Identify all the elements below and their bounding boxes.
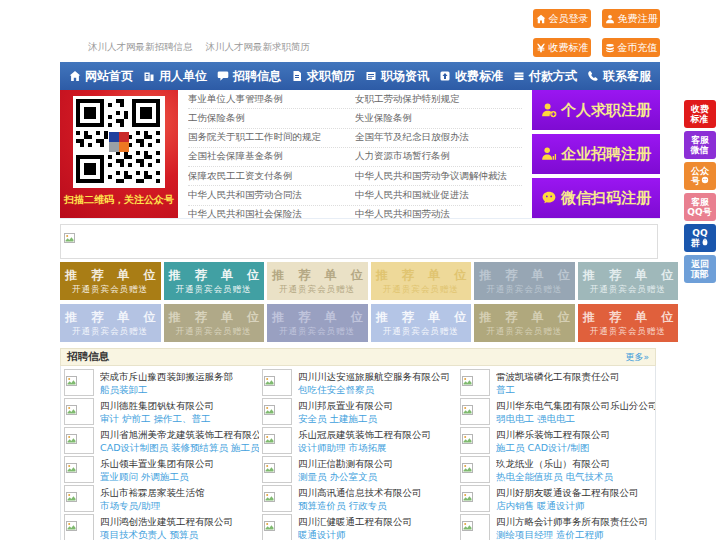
policy-link[interactable]: 中华人民共和国劳动争议调解仲裁法 xyxy=(355,170,522,183)
job-positions-link[interactable]: CAD设计制图员 装修预结算员 施工员 xyxy=(100,441,259,454)
company-logo-placeholder xyxy=(460,514,490,540)
recommend-slot[interactable]: 推 荐 单 位 开通贵宾会员赠送 xyxy=(371,262,472,300)
job-company-link[interactable]: 四川川达安巡旅服航空服务有限公司 xyxy=(298,370,450,383)
nav-employers[interactable]: 用人单位 xyxy=(143,68,207,85)
float-qq-group[interactable]: QQ 群 xyxy=(684,224,716,252)
job-positions-link[interactable]: 普工 xyxy=(496,383,620,396)
recommend-slot[interactable]: 推 荐 单 位 开通贵宾会员赠送 xyxy=(578,304,679,342)
job-positions-link[interactable]: 审计 炉前工 操作工、普工 xyxy=(100,412,214,425)
job-positions-link[interactable]: 测量员 办公室文员 xyxy=(298,470,393,483)
job-positions-link[interactable]: 置业顾问 外调施工员 xyxy=(100,470,214,483)
float-official-account[interactable]: 公众 号 xyxy=(684,162,716,190)
job-company-link[interactable]: 四川鸿创浩业建筑工程有限公司 xyxy=(100,515,233,528)
job-company-link[interactable]: 四川德胜集团钒钛有限公司 xyxy=(100,399,214,412)
job-positions-link[interactable]: 设计师助理 市场拓展 xyxy=(298,441,431,454)
job-company-link[interactable]: 四川华东电气集团有限公司乐山分公司 xyxy=(496,399,655,412)
job-positions-link[interactable]: 施工员 CAD设计/制图 xyxy=(496,441,610,454)
recommend-slot[interactable]: 推 荐 单 位 开通贵宾会员赠送 xyxy=(578,262,679,300)
policy-link[interactable]: 中华人民共和国劳动合同法 xyxy=(188,189,355,202)
policy-link[interactable]: 中华人民共和国劳动法 xyxy=(355,208,522,221)
recommend-slot[interactable]: 推 荐 单 位 开通贵宾会员赠送 xyxy=(267,304,368,342)
job-positions-link[interactable]: 店内销售 暖通设计师 xyxy=(496,499,639,512)
latest-jobs-link[interactable]: 沐川人才网最新招聘信息 xyxy=(88,41,193,54)
job-positions-link[interactable]: 预算造价员 行政专员 xyxy=(298,499,422,512)
nav-home[interactable]: 网站首页 xyxy=(69,68,133,85)
recommend-slot[interactable]: 推 荐 单 位 开通贵宾会员赠送 xyxy=(164,304,265,342)
nav-payment[interactable]: 付款方式 xyxy=(513,68,577,85)
free-register-button[interactable]: 免费注册 xyxy=(602,9,660,28)
policy-link[interactable]: 保障农民工工资支付条例 xyxy=(188,170,355,183)
policy-link[interactable]: 全国社会保障基金条例 xyxy=(188,150,355,163)
policy-link[interactable]: 全国年节及纪念日放假办法 xyxy=(355,131,522,144)
job-list-item: 四川邦辰置业有限公司 安全员 土建施工员 xyxy=(259,397,457,426)
recommend-subtitle: 开通贵宾会员赠送 xyxy=(486,325,562,337)
jobs-more-link[interactable]: 更多» xyxy=(625,351,649,364)
recommend-title: 推 荐 单 位 xyxy=(65,310,161,325)
recommend-slot[interactable]: 推 荐 单 位 开通贵宾会员赠送 xyxy=(164,262,265,300)
recommend-subtitle: 开通贵宾会员赠送 xyxy=(72,325,148,337)
job-company-link[interactable]: 乐山冠辰建筑装饰工程有限公司 xyxy=(298,428,431,441)
job-company-link[interactable]: 乐山市裕霖居家装生活馆 xyxy=(100,486,205,499)
job-company-link[interactable]: 四川正信勘测有限公司 xyxy=(298,457,393,470)
job-company-link[interactable]: 雷波凯瑞磷化工有限责任公司 xyxy=(496,370,620,383)
policy-link[interactable]: 事业单位人事管理条例 xyxy=(188,93,355,106)
recommend-subtitle: 开通贵宾会员赠送 xyxy=(383,325,459,337)
job-positions-link[interactable]: 项目技术负责人 预算员 xyxy=(100,528,233,540)
recommend-slot[interactable]: 推 荐 单 位 开通贵宾会员赠送 xyxy=(267,262,368,300)
nav-contact[interactable]: 联系客服 xyxy=(587,68,651,85)
company-register-button[interactable]: 企业招聘注册 xyxy=(532,134,660,174)
coin-recharge-button[interactable]: 金币充值 xyxy=(602,38,660,57)
member-login-button[interactable]: 会员登录 xyxy=(533,9,591,28)
float-qq-service[interactable]: 客服 QQ号 xyxy=(684,193,716,221)
job-company-link[interactable]: 荣成市斥山豫西装卸搬运服务部 xyxy=(100,370,233,383)
floating-sidebar: 收费 标准 客服 微信 公众 号 客服 QQ号 QQ 群 返回 顶部 xyxy=(684,100,716,283)
float-wechat-service[interactable]: 客服 微信 xyxy=(684,131,716,159)
recommend-slot[interactable]: 推 荐 单 位 开通贵宾会员赠送 xyxy=(474,304,575,342)
policy-link[interactable]: 国务院关于职工工作时间的规定 xyxy=(188,131,355,144)
job-positions-link[interactable]: 暖通设计师 xyxy=(298,528,412,540)
job-positions-link[interactable]: 包吃住安全督察员 xyxy=(298,383,450,396)
nav-pricing[interactable]: 收费标准 xyxy=(439,68,503,85)
latest-resumes-link[interactable]: 沐川人才网最新求职简历 xyxy=(206,41,311,54)
job-positions-link[interactable]: 市场专员/助理 xyxy=(100,499,205,512)
policy-row: 全国社会保障基金条例 人力资源市场暂行条例 xyxy=(188,148,522,167)
job-company-link[interactable]: 四川省旭洲美帝龙建筑装饰工程有限公司乐山 xyxy=(100,428,259,441)
job-positions-link[interactable]: 热电全能值班员 电气技术员 xyxy=(496,470,613,483)
job-positions-link[interactable]: 弱电电工 强电电工 xyxy=(496,412,655,425)
job-company-link[interactable]: 四川好朋友暖通设备工程有限公司 xyxy=(496,486,639,499)
policy-link[interactable]: 工伤保险条例 xyxy=(188,112,355,125)
nav-career-news[interactable]: 职场资讯 xyxy=(365,68,429,85)
company-logo-placeholder xyxy=(262,369,292,396)
recommend-slot[interactable]: 推 荐 单 位 开通贵宾会员赠送 xyxy=(474,262,575,300)
job-positions-link[interactable]: 测绘项目经理 造价工程师 xyxy=(496,528,648,540)
float-pricing[interactable]: 收费 标准 xyxy=(684,100,716,128)
job-company-link[interactable]: 四川方略会计师事务所有限责任公司 xyxy=(496,515,648,528)
policy-link[interactable]: 人力资源市场暂行条例 xyxy=(355,150,522,163)
policy-links-panel: 事业单位人事管理条例 女职工劳动保护特别规定 工伤保险条例 失业保险条例 国务院… xyxy=(178,90,532,218)
float-back-to-top[interactable]: 返回 顶部 xyxy=(684,255,716,283)
policy-link[interactable]: 女职工劳动保护特别规定 xyxy=(355,93,522,106)
job-company-link[interactable]: 四川汇健暖通工程有限公司 xyxy=(298,515,412,528)
nav-job-info[interactable]: 招聘信息 xyxy=(217,68,281,85)
job-positions-link[interactable]: 船员装卸工 xyxy=(100,383,233,396)
wechat-register-button[interactable]: 微信扫码注册 xyxy=(532,178,660,218)
personal-register-button[interactable]: 个人求职注册 xyxy=(532,90,660,130)
nav-resumes[interactable]: 求职简历 xyxy=(291,68,355,85)
job-positions-link[interactable]: 安全员 土建施工员 xyxy=(298,412,393,425)
recommend-slot[interactable]: 推 荐 单 位 开通贵宾会员赠送 xyxy=(60,262,161,300)
policy-link[interactable]: 失业保险条例 xyxy=(355,112,522,125)
policy-link[interactable]: 中华人民共和国就业促进法 xyxy=(355,189,522,202)
job-company-link[interactable]: 四川桦乐装饰工程有限公司 xyxy=(496,428,610,441)
job-company-link[interactable]: 四川邦辰置业有限公司 xyxy=(298,399,393,412)
job-company-link[interactable]: 乐山领丰置业集团有限公司 xyxy=(100,457,214,470)
recommend-slot[interactable]: 推 荐 单 位 开通贵宾会员赠送 xyxy=(371,304,472,342)
payment-icon xyxy=(513,70,525,82)
pricing-button[interactable]: 收费标准 xyxy=(533,38,591,57)
top-quick-links: 沐川人才网最新招聘信息 沐川人才网最新求职简历 xyxy=(88,41,310,54)
company-logo-placeholder xyxy=(64,398,94,425)
job-company-link[interactable]: 玖龙纸业（乐山）有限公司 xyxy=(496,457,613,470)
job-company-link[interactable]: 四川高讯通信息技术有限公司 xyxy=(298,486,422,499)
recommend-slot[interactable]: 推 荐 单 位 开通贵宾会员赠送 xyxy=(60,304,161,342)
qr-panel[interactable]: 扫描二维码，关注公众号 xyxy=(60,90,178,218)
policy-link[interactable]: 中华人民共和国社会保险法 xyxy=(188,208,355,221)
